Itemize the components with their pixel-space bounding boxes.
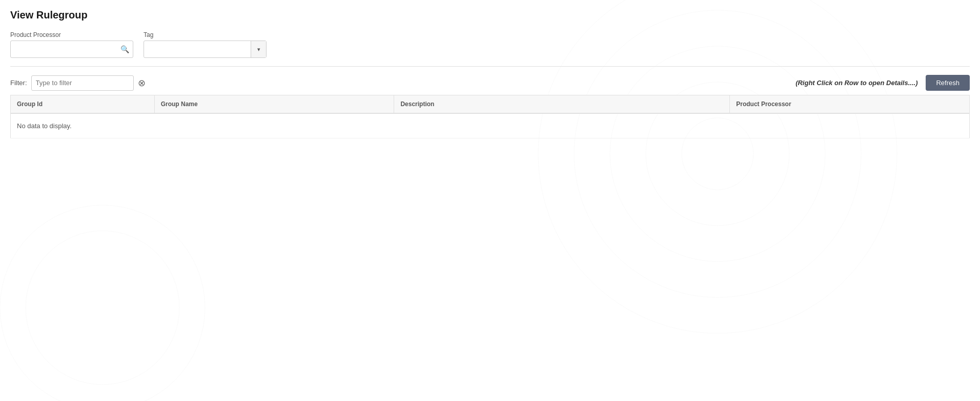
column-header-group-name[interactable]: Group Name (154, 95, 394, 114)
refresh-button[interactable]: Refresh (926, 75, 970, 91)
product-processor-input[interactable] (10, 41, 133, 58)
tag-filter-group: Tag ▾ (144, 31, 267, 58)
product-processor-input-wrapper: 🔍 (10, 41, 133, 58)
filter-input[interactable] (31, 75, 134, 91)
filter-left: Filter: ⊗ (10, 75, 146, 91)
product-processor-filter-group: Product Processor 🔍 (10, 31, 133, 58)
clear-filter-button[interactable]: ⊗ (138, 78, 146, 88)
svg-point-6 (26, 231, 179, 385)
column-header-product-processor[interactable]: Product Processor (730, 95, 970, 114)
top-filters-row: Product Processor 🔍 Tag ▾ (10, 31, 970, 67)
page-title: View Rulegroup (10, 9, 970, 21)
table-header-row: Group Id Group Name Description Product … (11, 95, 970, 114)
right-click-hint: (Right Click on Row to open Details....) (795, 79, 917, 87)
no-data-row: No data to display. (11, 113, 970, 138)
tag-input[interactable] (144, 41, 251, 57)
filter-bar: Filter: ⊗ (Right Click on Row to open De… (10, 75, 970, 91)
svg-point-5 (0, 205, 205, 401)
rulegroup-table: Group Id Group Name Description Product … (10, 95, 970, 138)
tag-select-wrapper: ▾ (144, 41, 267, 58)
tag-label: Tag (144, 31, 267, 38)
filter-label: Filter: (10, 79, 27, 87)
column-header-description[interactable]: Description (394, 95, 730, 114)
column-header-group-id[interactable]: Group Id (11, 95, 155, 114)
product-processor-label: Product Processor (10, 31, 133, 38)
no-data-message: No data to display. (11, 113, 970, 138)
filter-right: (Right Click on Row to open Details....)… (795, 75, 970, 91)
tag-dropdown-button[interactable]: ▾ (251, 41, 266, 57)
